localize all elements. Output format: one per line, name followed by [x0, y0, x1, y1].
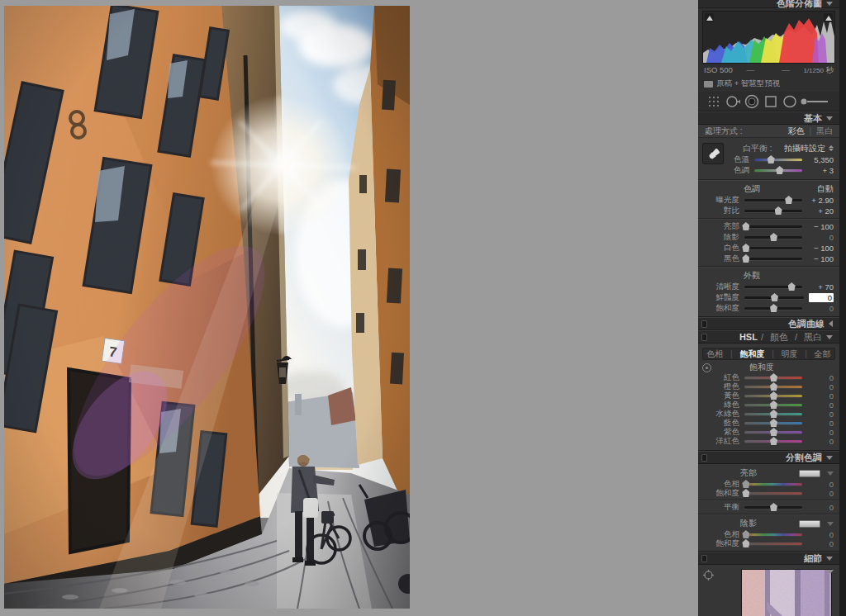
highlights-color-swatch[interactable] [799, 470, 820, 477]
clarity-slider[interactable] [744, 286, 802, 288]
hsl-blue-slider[interactable] [744, 422, 802, 424]
tab-luminance[interactable]: 明度 [782, 348, 798, 360]
treatment-label: 處理方式 : [705, 126, 743, 137]
basic-panel-header[interactable]: 基本 [698, 111, 839, 125]
detail-panel-header[interactable]: 細節 [698, 552, 839, 565]
detail-zoom-preview[interactable] [741, 569, 832, 616]
whites-slider-row: 白色 − 100 [698, 243, 839, 254]
panel-switch-icon[interactable] [701, 454, 707, 462]
treatment-bw-option[interactable]: 黑白 [816, 126, 833, 137]
blacks-value[interactable]: − 100 [807, 254, 834, 263]
split-sh-hue-slider[interactable] [744, 533, 802, 536]
panel-switch-icon[interactable] [701, 555, 707, 562]
histogram-header[interactable]: 色階分佈圖 [698, 0, 839, 8]
split-balance-slider[interactable] [744, 506, 802, 509]
crop-tool-icon[interactable] [705, 93, 723, 110]
vibrance-slider[interactable] [744, 296, 804, 299]
split-toning-title: 分割色調 [786, 452, 822, 464]
split-hl-hue-slider[interactable] [744, 483, 802, 486]
bw-mode[interactable]: 黑白 [804, 331, 822, 344]
whites-value[interactable]: − 100 [807, 244, 834, 253]
chevron-down-icon [826, 116, 833, 121]
color-mode[interactable]: 顏色 [770, 331, 788, 344]
contrast-slider[interactable] [744, 210, 802, 212]
red-eye-tool-icon[interactable] [743, 93, 761, 110]
split-balance-row: 平衡 0 [698, 503, 839, 512]
tab-hue[interactable]: 色相 [706, 348, 723, 360]
tone-curve-panel-header[interactable]: 色調曲線 [698, 317, 839, 330]
exposure-slider[interactable] [744, 199, 802, 201]
shadows-color-swatch[interactable] [799, 520, 820, 528]
eyedropper-icon [706, 147, 720, 160]
smart-preview-label: 原稿 + 智慧型預視 [716, 78, 780, 89]
blacks-slider[interactable] [744, 258, 802, 260]
focal-length-placeholder: — [733, 65, 768, 74]
wb-label: 白平衡 : [743, 143, 772, 154]
hsl-purple-slider[interactable] [744, 431, 802, 434]
split-toning-panel-header[interactable]: 分割色調 [698, 451, 839, 464]
split-shadows-header: 陰影 [698, 517, 839, 530]
hsl-magenta-slider[interactable] [744, 440, 802, 443]
radial-filter-tool-icon[interactable] [781, 93, 799, 110]
highlight-clipping-indicator[interactable] [824, 13, 833, 22]
tint-value[interactable]: + 3 [807, 166, 834, 175]
hsl-yellow-slider[interactable] [744, 395, 802, 397]
highlights-value[interactable]: − 100 [807, 222, 834, 231]
chevron-down-icon [827, 522, 834, 526]
split-sh-sat-slider[interactable] [744, 543, 802, 545]
panel-switch-icon[interactable] [701, 320, 707, 328]
detail-title: 細節 [804, 552, 822, 565]
tint-slider-knob[interactable] [776, 166, 783, 174]
hsl-red-slider[interactable] [744, 377, 802, 379]
tint-slider[interactable] [754, 169, 802, 172]
targeted-adjustment-icon[interactable] [702, 363, 711, 372]
histogram[interactable] [702, 11, 835, 64]
spot-removal-tool-icon[interactable] [724, 93, 742, 110]
shadow-clipping-indicator[interactable] [705, 13, 714, 22]
photo-image[interactable]: 7 [4, 6, 410, 609]
clarity-value[interactable]: + 70 [807, 282, 834, 291]
smart-preview-icon [704, 81, 713, 88]
saturation-slider-row: 飽和度 0 [698, 303, 839, 314]
hsl-orange-slider[interactable] [744, 386, 802, 388]
temp-slider[interactable] [754, 159, 802, 161]
presence-title: 外觀 [744, 270, 760, 282]
hsl-tabs: 色相| 飽和度| 明度| 全部 [702, 348, 835, 360]
split-sh-sat-row: 飽和度 0 [698, 539, 839, 548]
exposure-slider-row: 曝光度 + 2.90 [698, 195, 839, 206]
tab-all[interactable]: 全部 [815, 348, 831, 360]
presence-group-header: 外觀 [698, 269, 839, 282]
tab-saturation[interactable]: 飽和度 [739, 348, 764, 360]
adjustment-brush-tool-icon[interactable] [800, 93, 829, 110]
chevron-down-icon [827, 471, 834, 476]
treatment-color-option[interactable]: 彩色 [787, 126, 804, 137]
panel-switch-icon[interactable] [701, 334, 707, 341]
temp-slider-knob[interactable] [768, 155, 775, 163]
panel-scrollbar[interactable] [839, 0, 846, 616]
exposure-value[interactable]: + 2.90 [807, 196, 834, 205]
auto-tone-button[interactable]: 自動 [817, 183, 834, 195]
chevron-down-icon [826, 2, 833, 6]
hsl-green-slider[interactable] [744, 404, 802, 406]
smart-preview-status[interactable]: 原稿 + 智慧型預視 [698, 77, 839, 92]
split-hl-sat-slider[interactable] [744, 492, 802, 495]
temp-value[interactable]: 5,350 [807, 155, 834, 164]
hsl-mode[interactable]: HSL [739, 332, 758, 342]
vibrance-value-input[interactable]: 0 [809, 293, 834, 302]
hsl-aqua-slider[interactable] [744, 413, 802, 415]
aperture-placeholder: — [768, 65, 804, 74]
saturation-value[interactable]: 0 [807, 304, 834, 313]
shadows-value[interactable]: 0 [807, 233, 834, 242]
temp-label: 色溫 [730, 154, 749, 165]
updown-icon [829, 145, 834, 151]
graduated-filter-tool-icon[interactable] [762, 93, 780, 110]
wb-preset-dropdown[interactable]: 拍攝時設定 [784, 143, 834, 154]
detail-target-icon[interactable] [703, 570, 714, 582]
whites-slider[interactable] [744, 247, 802, 249]
shadows-slider[interactable] [744, 236, 802, 239]
highlights-slider[interactable] [744, 225, 802, 228]
contrast-value[interactable]: + 20 [807, 206, 834, 216]
saturation-slider[interactable] [744, 307, 802, 310]
hsl-panel-header[interactable]: HSL / 顏色 / 黑白 [698, 330, 839, 344]
wb-eyedropper-button[interactable] [702, 143, 724, 164]
